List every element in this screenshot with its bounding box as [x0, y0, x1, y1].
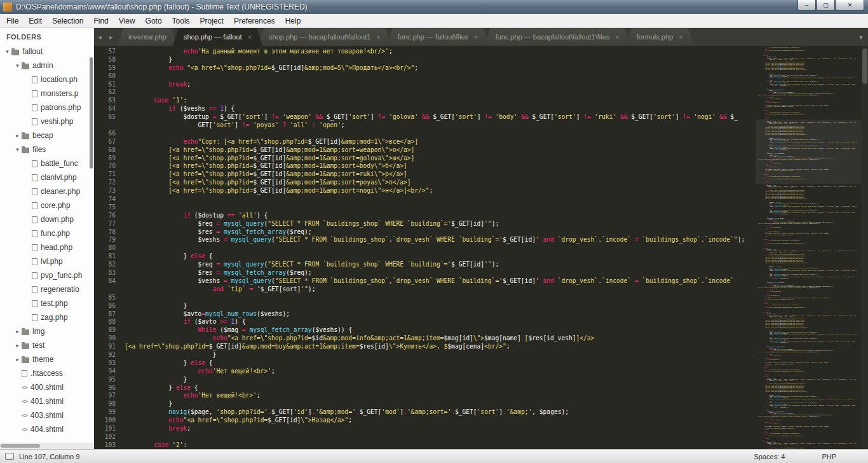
minimap-viewport[interactable]: [756, 120, 862, 184]
close-tab-icon[interactable]: ×: [615, 33, 619, 41]
chevron-right-icon[interactable]: ▸: [14, 132, 21, 139]
code-line[interactable]: 62: [94, 88, 756, 97]
close-tab-icon[interactable]: ×: [679, 33, 682, 41]
code-line[interactable]: 97 echo'Нет вещей!<br>';: [94, 392, 756, 400]
menu-help[interactable]: Help: [280, 15, 306, 27]
editor-scrollbar[interactable]: [862, 46, 868, 449]
code-line[interactable]: 72 [<a href=\"shop.php?id=$_GET[id]&amp;…: [94, 179, 756, 187]
file-down.php[interactable]: down.php: [0, 212, 94, 226]
code-line[interactable]: 91[<a href=\"shop.php?id=$_GET[id]&amp;m…: [94, 343, 756, 351]
code-line[interactable]: 71 [<a href=\"shop.php?id=$_GET[id]&amp;…: [94, 170, 756, 179]
file-400.shtml[interactable]: <>400.shtml: [0, 380, 94, 394]
menu-find[interactable]: Find: [88, 15, 113, 27]
close-tab-icon[interactable]: ×: [474, 33, 478, 41]
code-editor[interactable]: 57 echo'На данный момент в этом магазине…: [94, 46, 756, 449]
syntax-status[interactable]: PHP: [822, 453, 836, 460]
file-pvp-func.ph[interactable]: pvp_func.ph: [0, 268, 94, 282]
file-patrons.php[interactable]: patrons.php: [0, 100, 94, 114]
code-line[interactable]: 77 $req = mysql_query("SELECT * FROM `bu…: [94, 220, 756, 228]
code-line[interactable]: 96 } else {: [94, 384, 756, 392]
menu-file[interactable]: File: [1, 15, 24, 27]
sidebar-horizontal-scrollbar[interactable]: [0, 443, 94, 449]
code-line[interactable]: 76 if ($dostup == 'all') {: [94, 212, 756, 220]
scrollbar-thumb[interactable]: [1, 444, 40, 448]
indentation-status[interactable]: Spaces: 4: [754, 453, 785, 460]
panel-toggle-icon[interactable]: [5, 453, 14, 460]
file-zag.php[interactable]: zag.php: [0, 310, 94, 324]
file-location.ph[interactable]: location.ph: [0, 73, 94, 86]
code-line[interactable]: 103 case '2':: [94, 441, 756, 449]
code-line[interactable]: 94 echo'Нет вещей!<br>';: [94, 368, 756, 376]
code-line[interactable]: 68 [<a href=\"shop.php?id=$_GET[id]&amp;…: [94, 146, 756, 155]
code-line[interactable]: 81 } else {: [94, 252, 756, 261]
minimap[interactable]: echo'На данный момент в этом магазине не…: [756, 46, 862, 449]
code-line[interactable]: 98 }: [94, 400, 756, 408]
code-line[interactable]: 101 break;: [94, 425, 756, 433]
tab-func.php-bacapfallout-fallout1-files[interactable]: func.php — bacapfallout\fallout1\files×: [485, 28, 630, 46]
chevron-down-icon[interactable]: ▾: [14, 62, 21, 69]
tab-inventar.php[interactable]: inventar.php: [118, 28, 177, 46]
chevron-right-icon[interactable]: ▸: [14, 328, 21, 335]
code-line[interactable]: 75: [94, 204, 756, 212]
code-line[interactable]: 89 While ($mag = mysql_fetch_array($vesh…: [94, 326, 756, 335]
code-line[interactable]: 80: [94, 244, 756, 252]
folder-img[interactable]: ▸img: [0, 324, 94, 338]
tab-nav-forward-icon[interactable]: ▸: [105, 28, 117, 46]
code-line[interactable]: 69 [<a href=\"shop.php?id=$_GET[id]&amp;…: [94, 155, 756, 163]
code-line[interactable]: 57 echo'На данный момент в этом магазине…: [94, 48, 756, 56]
chevron-right-icon[interactable]: ▸: [14, 342, 21, 349]
code-line[interactable]: 73 [<a href=\"shop.php?id=$_GET[id]&amp;…: [94, 187, 756, 195]
code-line[interactable]: 58 }: [94, 56, 756, 64]
code-line[interactable]: 90 echo"<a href=\"shop.php?id=$id&amp;mo…: [94, 335, 756, 343]
code-line[interactable]: 65 $dostup = $_GET['sort'] != 'weapon' &…: [94, 113, 756, 121]
chevron-down-icon[interactable]: ▾: [14, 146, 21, 153]
file-monsters.p[interactable]: monsters.p: [0, 86, 94, 100]
file-401.shtml[interactable]: <>401.shtml: [0, 394, 94, 408]
file-403.shtml[interactable]: <>403.shtml: [0, 408, 94, 422]
code-line[interactable]: 100 echo"<a href=\"shop.php?id=$_GET[id]…: [94, 417, 756, 425]
code-line[interactable]: 85: [94, 294, 756, 302]
sidebar-vertical-scrollbar[interactable]: [90, 57, 93, 169]
code-line[interactable]: 78 $res = mysql_fetch_array($req);: [94, 228, 756, 237]
title-bar[interactable]: D:\OSPanel\domains\www\fallout\shop.php …: [0, 0, 868, 14]
file-clanlvl.php[interactable]: clanlvl.php: [0, 170, 94, 184]
code-line[interactable]: 92 }: [94, 351, 756, 359]
minimize-button[interactable]: –: [797, 0, 816, 11]
file-404.shtml[interactable]: <>404.shtml: [0, 422, 94, 436]
code-line[interactable]: 67 echo"Сорт: [<a href=\"shop.php?id=$_G…: [94, 138, 756, 146]
file-test.php[interactable]: test.php: [0, 296, 94, 310]
file-veshi.php[interactable]: veshi.php: [0, 114, 94, 128]
code-line[interactable]: 83 $res = mysql_fetch_array($req);: [94, 269, 756, 277]
code-line[interactable]: 70 [<a href=\"shop.php?id=$_GET[id]&amp;…: [94, 162, 756, 170]
file-lvl.php[interactable]: lvl.php: [0, 254, 94, 268]
folder-files[interactable]: ▾files: [0, 142, 94, 156]
code-line[interactable]: 61 break;: [94, 81, 756, 89]
code-line[interactable]: GET['sort'] != 'poyas' ? 'all' : 'open';: [94, 121, 756, 130]
code-line[interactable]: 79 $veshs = mysql_query("SELECT * FROM `…: [94, 236, 756, 244]
code-line[interactable]: 86 }: [94, 302, 756, 310]
maximize-button[interactable]: ▢: [817, 0, 835, 11]
tab-shop.php-bacapfallout-fallout1[interactable]: shop.php — bacapfallout\fallout1×: [258, 28, 391, 46]
scrollbar-thumb[interactable]: [862, 48, 867, 84]
code-line[interactable]: 66: [94, 130, 756, 138]
code-line[interactable]: 59 echo "<a href=\"shop.php?id=$_GET[id]…: [94, 64, 756, 73]
tab-overflow-icon[interactable]: ▾: [854, 28, 868, 46]
tab-shop.php-fallout[interactable]: shop.php — fallout×: [173, 28, 262, 46]
chevron-down-icon[interactable]: ▾: [4, 48, 11, 55]
tab-func.php-fallout-files[interactable]: func.php — fallout\files×: [387, 28, 489, 46]
menu-project[interactable]: Project: [195, 15, 229, 27]
folder-fallout[interactable]: ▾fallout: [0, 45, 94, 59]
code-line[interactable]: 84 $veshs = mysql_query("SELECT * FROM `…: [94, 277, 756, 286]
code-line[interactable]: 74: [94, 195, 756, 204]
file-.htaccess[interactable]: .htaccess: [0, 366, 94, 380]
close-tab-icon[interactable]: ×: [376, 33, 380, 41]
menu-tools[interactable]: Tools: [167, 15, 195, 27]
code-line[interactable]: and `tip` = '$_GET[sort]'");: [94, 286, 756, 294]
file-battle-func[interactable]: battle_func: [0, 156, 94, 170]
menu-preferences[interactable]: Preferences: [229, 15, 280, 27]
tab-formuls.php[interactable]: formuls.php×: [626, 28, 694, 46]
file-head.php[interactable]: head.php: [0, 240, 94, 254]
close-tab-icon[interactable]: ×: [248, 33, 252, 41]
code-line[interactable]: 88 if ($avto >= 1) {: [94, 318, 756, 326]
menu-edit[interactable]: Edit: [24, 15, 47, 27]
